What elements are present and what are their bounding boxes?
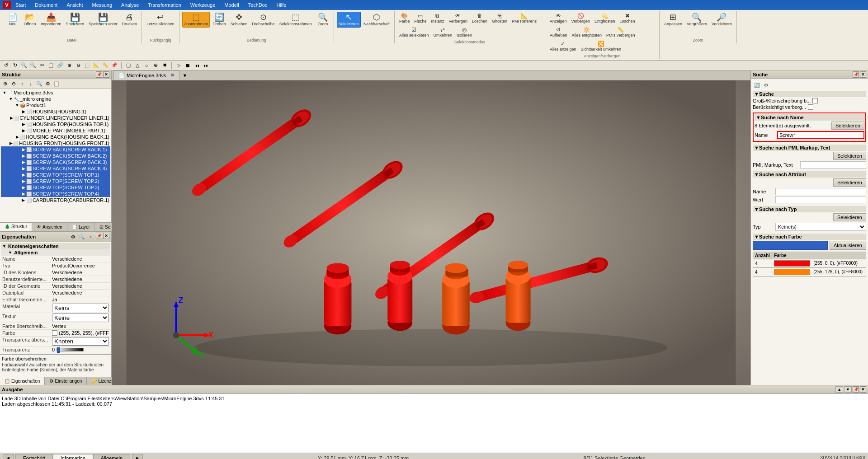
entghosten-button[interactable]: 💫 Entghosten — [593, 12, 617, 25]
selektieren-button[interactable]: ↖ Selektieren — [337, 12, 361, 28]
pmis-verb-button[interactable]: 📏 PMIs verbergen — [604, 26, 637, 39]
tree-arrow-screwtop4[interactable]: ▶ — [21, 192, 26, 196]
tree-arrow-housingback[interactable]: ▶ — [15, 135, 19, 139]
menu-techdoc[interactable]: TechDoc — [246, 2, 269, 8]
suche-section-header[interactable]: ▼ Suche — [753, 91, 866, 97]
transparenz-slider[interactable] — [57, 348, 84, 351]
props-btn-3[interactable]: ↑ — [87, 233, 95, 241]
tree-item-mobile[interactable]: ▶⬜MOBILE PART(MOBILE PART.1) — [1, 127, 110, 134]
qt-btn-7[interactable]: 🔗 — [56, 61, 64, 70]
selektieren-btn-pmi[interactable]: Selektieren — [833, 152, 866, 160]
status-tab-fortschritt[interactable]: Fortschritt — [15, 454, 53, 459]
qt-btn-6[interactable]: 📋 — [47, 61, 55, 70]
menu-messung[interactable]: Messung — [90, 2, 114, 8]
nach-attr-section-header[interactable]: ▼ Suche nach Attribut — [753, 171, 866, 178]
tree-tb-3[interactable]: ↑ — [18, 80, 26, 88]
tree-item-screwback4[interactable]: ▶⬜SCREW BACK(SCREW BACK.4) — [1, 165, 110, 172]
vergroessern-button[interactable]: 🔍 Vergrößern — [685, 12, 709, 28]
verbergen-sm-button[interactable]: 👁 Verbergen — [447, 12, 469, 25]
tree-item-carb[interactable]: ▶⬜CARBURETOR(CARBURETOR.1) — [1, 197, 110, 203]
schieben-button[interactable]: ✥ Schieben — [229, 12, 250, 28]
save-as-button[interactable]: 💾 Speichern unter — [87, 12, 119, 28]
pin-button[interactable]: 📌 — [96, 71, 102, 78]
tab-struktur[interactable]: 🌲 Struktur — [0, 223, 32, 231]
tree-item-micro[interactable]: ▼🔧_micro engine — [1, 96, 110, 102]
tree-arrow-micro[interactable]: ▼ — [8, 97, 14, 101]
qt-btn-21[interactable]: ⏮ — [193, 61, 201, 70]
tree-tb-1[interactable]: ⊕ — [1, 80, 9, 88]
tree-item-cylinder[interactable]: ▶⬜CYLINDER LINER(CYLINDER LINER.1) — [1, 115, 110, 121]
props-btn-2[interactable]: 🔍 — [78, 233, 86, 241]
close-search-button[interactable]: ✕ — [860, 71, 866, 78]
qt-btn-15[interactable]: △ — [133, 61, 142, 70]
scroll-down-btn[interactable]: ▼ — [844, 386, 852, 393]
scroll-up-btn[interactable]: ▲ — [835, 386, 843, 393]
print-button[interactable]: 🖨 Drucken — [120, 12, 139, 28]
tree-item-screwback2[interactable]: ▶⬜SCREW BACK(SCREW BACK.2) — [1, 153, 110, 159]
farbe-color-swatch[interactable] — [753, 241, 828, 250]
viewport-tab-main[interactable]: 📄 MicroEngine.3dvs ✕ — [113, 70, 179, 80]
nav-next-button[interactable]: ► — [132, 454, 143, 459]
tree-arrow-carb[interactable]: ▶ — [21, 198, 26, 202]
tree-tb-4[interactable]: ↓ — [27, 80, 35, 88]
farbe-button[interactable]: 🎨 Farbe — [397, 12, 412, 25]
import-button[interactable]: 📥 Importieren — [39, 12, 63, 28]
menu-dokument[interactable]: Dokument — [33, 2, 59, 8]
close-props-button[interactable]: ✕ — [103, 233, 109, 239]
status-tab-allgemein[interactable]: Allgemein — [93, 454, 130, 459]
transp-select[interactable]: Knoten — [52, 337, 109, 346]
selektieren-btn-1[interactable]: Selektieren — [831, 122, 864, 130]
qt-btn-20[interactable]: ⏹ — [184, 61, 192, 70]
pin-props-button[interactable]: 📌 — [96, 233, 102, 239]
tree-item-screwback1[interactable]: ▶⬜SCREW BACK(SCREW BACK.1) — [1, 146, 110, 153]
aufheben-button[interactable]: ↺ Aufheben — [548, 26, 569, 39]
verkleinern-button[interactable]: 🔎 Verkleinern — [710, 12, 734, 28]
anzeigen-button[interactable]: 👁 Anzeigen — [548, 12, 569, 25]
tree-item-screwtop4[interactable]: ▶⬜SCREW TOP(SCREW TOP.4) — [1, 191, 110, 197]
zoomrahmen-button[interactable]: ⬚ Zoomrahmen — [182, 12, 210, 28]
tree-arrow-screwback1[interactable]: ▶ — [21, 147, 26, 152]
nav-prev-button[interactable]: ◄ — [3, 454, 14, 459]
menu-hilfe[interactable]: Hilfe — [274, 2, 288, 8]
tree-arrow-p1[interactable]: ▼ — [14, 103, 20, 108]
textur-select[interactable]: Keine — [52, 314, 109, 322]
alles-sel-button[interactable]: ☑ Alles selektieren — [397, 26, 431, 39]
case-checkbox[interactable] — [812, 98, 818, 103]
tree-item-housingtop[interactable]: ▶⬜HOUSING TOP(HOUSING TOP.1) — [1, 121, 110, 127]
verbergen2-button[interactable]: 🚫 Verbergen — [569, 12, 592, 25]
tree-tb-6[interactable]: ⚙ — [44, 80, 52, 88]
color-row-1[interactable]: 4 (255, 0, 0), (#FF0000) — [753, 259, 866, 268]
vp-tab-close[interactable]: ✕ — [170, 72, 175, 78]
props-btn-1[interactable]: ⚙ — [69, 233, 77, 241]
ghosten-sm-button[interactable]: 👻 Ghosten — [490, 12, 509, 25]
selektionsrahmen-button[interactable]: ⬚ Selektionsrahmen — [278, 12, 314, 28]
nach-farbe-section-header[interactable]: ▼ Suche nach Farbe — [753, 234, 866, 240]
anpassen-button[interactable]: ⊞ Anpassen — [662, 12, 684, 28]
pmi-ref-button[interactable]: 📐 PMI Referenz — [510, 12, 538, 25]
tree-tb-7[interactable]: 📋 — [52, 80, 61, 88]
qt-btn-18[interactable]: ✖ — [160, 61, 169, 70]
sichtbarkeit-button[interactable]: 🔀 Sichtbarkeit umkehren — [579, 40, 623, 53]
search-config[interactable]: ⚙ — [762, 81, 770, 89]
aktualisieren-btn[interactable]: Aktualisieren — [830, 241, 866, 250]
tree-item-screwtop2[interactable]: ▶⬜SCREW TOP(SCREW TOP.2) — [1, 178, 110, 184]
menu-start[interactable]: Start — [14, 2, 28, 8]
tree-item-screwback3[interactable]: ▶⬜SCREW BACK(SCREW BACK.3) — [1, 159, 110, 165]
tree-item-root[interactable]: ▼📄MicroEngine.3dvs — [1, 89, 110, 96]
undo-button[interactable]: ↩ Letzte Aktionen — [145, 12, 176, 28]
tree-tb-2[interactable]: ⊖ — [9, 80, 18, 88]
isolieren-button[interactable]: ◎ Isolieren — [455, 26, 474, 39]
qt-btn-8[interactable]: ⊕ — [65, 61, 73, 70]
nach-pmi-section-header[interactable]: ▼ Suche nach PMI, Markup, Text — [753, 145, 866, 151]
attr-name-input[interactable] — [775, 188, 866, 195]
menu-modell[interactable]: Modell — [222, 2, 241, 8]
menu-werkzeuge[interactable]: Werkzeuge — [189, 2, 217, 8]
qt-btn-14[interactable]: ▢ — [124, 61, 132, 70]
qt-btn-1[interactable]: ↺ — [2, 61, 10, 70]
tree-arrow-screwtop1[interactable]: ▶ — [21, 173, 26, 177]
tree-item-housingback[interactable]: ▶⬜HOUSING BACK(HOUSING BACK.1) — [1, 134, 110, 140]
save-button[interactable]: 💾 Speichern — [64, 12, 86, 28]
qt-btn-9[interactable]: ⊖ — [74, 61, 82, 70]
qt-btn-13[interactable]: 📌 — [110, 61, 118, 70]
props-tab-einstellungen[interactable]: ⚙ Einstellungen — [45, 377, 87, 385]
